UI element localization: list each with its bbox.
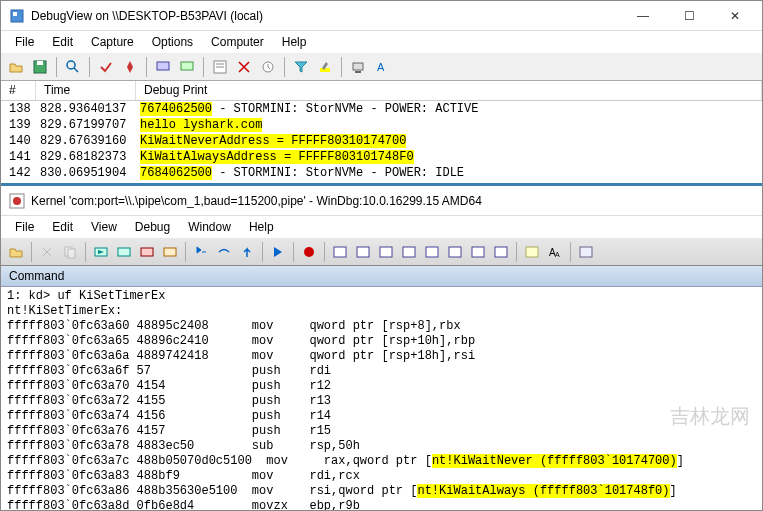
watch-window-icon[interactable] bbox=[352, 241, 374, 263]
svg-rect-14 bbox=[355, 71, 361, 73]
step-into-icon[interactable] bbox=[190, 241, 212, 263]
monitor2-icon[interactable] bbox=[176, 56, 198, 78]
list-header: # Time Debug Print bbox=[1, 81, 762, 101]
font-icon[interactable]: A bbox=[371, 56, 393, 78]
menu-help[interactable]: Help bbox=[241, 218, 282, 236]
callstack-window-icon[interactable] bbox=[444, 241, 466, 263]
locals-window-icon[interactable] bbox=[375, 241, 397, 263]
debug-output-list: 138828.936401377674062500 - STORMINI: St… bbox=[1, 101, 762, 181]
windbg-titlebar: Kernel 'com:port=\\.\pipe\com_1,baud=115… bbox=[1, 186, 762, 216]
svg-rect-26 bbox=[357, 247, 369, 257]
menu-edit[interactable]: Edit bbox=[44, 218, 81, 236]
computer-icon[interactable] bbox=[347, 56, 369, 78]
close-button[interactable]: ✕ bbox=[720, 4, 750, 28]
highlight-icon[interactable] bbox=[314, 56, 336, 78]
step-over-icon[interactable] bbox=[213, 241, 235, 263]
capture-icon[interactable] bbox=[95, 56, 117, 78]
time-icon[interactable] bbox=[257, 56, 279, 78]
header-time[interactable]: Time bbox=[36, 81, 136, 100]
clear-icon[interactable] bbox=[233, 56, 255, 78]
filter-icon[interactable] bbox=[290, 56, 312, 78]
restart-icon[interactable] bbox=[113, 241, 135, 263]
svg-point-17 bbox=[13, 197, 21, 205]
svg-rect-21 bbox=[118, 248, 130, 256]
menu-file[interactable]: File bbox=[7, 33, 42, 51]
svg-rect-33 bbox=[526, 247, 538, 257]
bp-icon[interactable] bbox=[298, 241, 320, 263]
svg-rect-30 bbox=[449, 247, 461, 257]
svg-rect-23 bbox=[164, 248, 176, 256]
debug-row[interactable]: 139829.67199707hello lyshark.com bbox=[1, 117, 762, 133]
svg-rect-19 bbox=[68, 249, 75, 258]
window-title: DebugView on \\DESKTOP-B53PAVI (local) bbox=[31, 9, 628, 23]
windbg-menubar: File Edit View Debug Window Help bbox=[1, 216, 762, 238]
svg-rect-36 bbox=[580, 247, 592, 257]
menu-file[interactable]: File bbox=[7, 218, 42, 236]
debug-row[interactable]: 141829.68182373KiWaitAlwaysAddress = FFF… bbox=[1, 149, 762, 165]
menu-view[interactable]: View bbox=[83, 218, 125, 236]
debugview-toolbar: A bbox=[1, 53, 762, 81]
command-output[interactable]: 1: kd> uf KiSetTimerExnt!KiSetTimerEx:ff… bbox=[1, 287, 762, 511]
debug-row[interactable]: 140829.67639160KiWaitNeverAddress = FFFF… bbox=[1, 133, 762, 149]
disasm-window-icon[interactable] bbox=[467, 241, 489, 263]
svg-rect-31 bbox=[472, 247, 484, 257]
cut-icon[interactable] bbox=[36, 241, 58, 263]
go-icon[interactable] bbox=[90, 241, 112, 263]
cmd-window-icon[interactable] bbox=[329, 241, 351, 263]
svg-rect-7 bbox=[181, 62, 193, 70]
svg-rect-13 bbox=[353, 63, 363, 70]
menu-window[interactable]: Window bbox=[180, 218, 239, 236]
svg-line-5 bbox=[74, 68, 78, 72]
windbg-icon bbox=[9, 193, 25, 209]
options-icon[interactable] bbox=[575, 241, 597, 263]
open-icon[interactable] bbox=[5, 241, 27, 263]
svg-rect-6 bbox=[157, 62, 169, 70]
header-num[interactable]: # bbox=[1, 81, 36, 100]
app-icon bbox=[9, 8, 25, 24]
src-mode-icon[interactable] bbox=[521, 241, 543, 263]
svg-rect-3 bbox=[37, 61, 43, 65]
menu-computer[interactable]: Computer bbox=[203, 33, 272, 51]
svg-rect-25 bbox=[334, 247, 346, 257]
break-icon[interactable] bbox=[159, 241, 181, 263]
maximize-button[interactable]: ☐ bbox=[674, 4, 704, 28]
svg-point-4 bbox=[67, 61, 75, 69]
run-to-cursor-icon[interactable] bbox=[267, 241, 289, 263]
menu-edit[interactable]: Edit bbox=[44, 33, 81, 51]
debugview-menubar: File Edit Capture Options Computer Help bbox=[1, 31, 762, 53]
svg-rect-22 bbox=[141, 248, 153, 256]
header-print[interactable]: Debug Print bbox=[136, 81, 762, 100]
open-icon[interactable] bbox=[5, 56, 27, 78]
step-out-icon[interactable] bbox=[236, 241, 258, 263]
stop-icon[interactable] bbox=[136, 241, 158, 263]
registers-window-icon[interactable] bbox=[398, 241, 420, 263]
svg-rect-32 bbox=[495, 247, 507, 257]
menu-debug[interactable]: Debug bbox=[127, 218, 178, 236]
menu-capture[interactable]: Capture bbox=[83, 33, 142, 51]
save-icon[interactable] bbox=[29, 56, 51, 78]
command-window-title: Command bbox=[1, 266, 762, 287]
copy-icon[interactable] bbox=[59, 241, 81, 263]
svg-rect-28 bbox=[403, 247, 415, 257]
windbg-title: Kernel 'com:port=\\.\pipe\com_1,baud=115… bbox=[31, 194, 754, 208]
menu-options[interactable]: Options bbox=[144, 33, 201, 51]
debug-row[interactable]: 142830.069519047684062500 - STORMINI: St… bbox=[1, 165, 762, 181]
search-icon[interactable] bbox=[62, 56, 84, 78]
list-icon[interactable] bbox=[209, 56, 231, 78]
menu-help[interactable]: Help bbox=[274, 33, 315, 51]
monitor-icon[interactable] bbox=[152, 56, 174, 78]
minimize-button[interactable]: — bbox=[628, 4, 658, 28]
capture2-icon[interactable] bbox=[119, 56, 141, 78]
svg-rect-1 bbox=[13, 12, 17, 16]
windbg-toolbar: AA bbox=[1, 238, 762, 266]
svg-rect-29 bbox=[426, 247, 438, 257]
svg-text:A: A bbox=[555, 251, 560, 258]
svg-rect-27 bbox=[380, 247, 392, 257]
svg-rect-12 bbox=[320, 68, 330, 72]
memory-window-icon[interactable] bbox=[421, 241, 443, 263]
debugview-titlebar: DebugView on \\DESKTOP-B53PAVI (local) —… bbox=[1, 1, 762, 31]
svg-point-24 bbox=[304, 247, 314, 257]
font-icon[interactable]: AA bbox=[544, 241, 566, 263]
debug-row[interactable]: 138828.936401377674062500 - STORMINI: St… bbox=[1, 101, 762, 117]
scratch-window-icon[interactable] bbox=[490, 241, 512, 263]
